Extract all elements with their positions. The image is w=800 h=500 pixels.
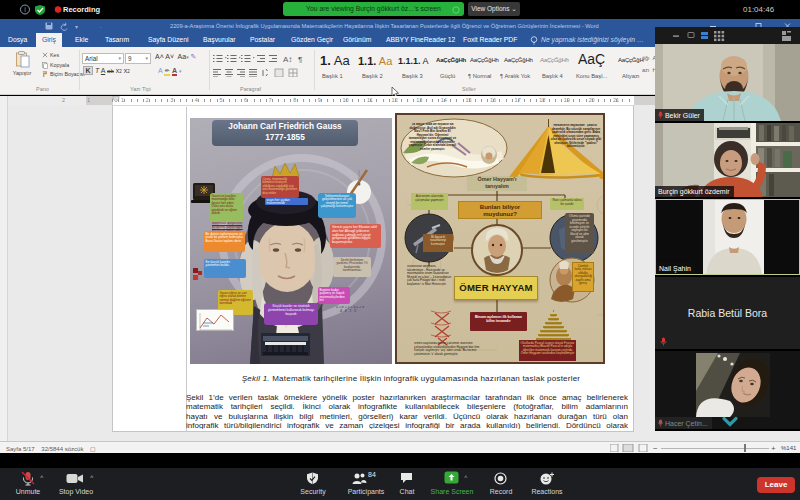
svg-text:i: i <box>24 6 26 13</box>
svg-text:▾: ▾ <box>75 24 78 30</box>
svg-text:∙: ∙ <box>100 24 102 30</box>
svg-text:¶: ¶ <box>298 55 302 63</box>
svg-text:A↕: A↕ <box>283 55 292 63</box>
